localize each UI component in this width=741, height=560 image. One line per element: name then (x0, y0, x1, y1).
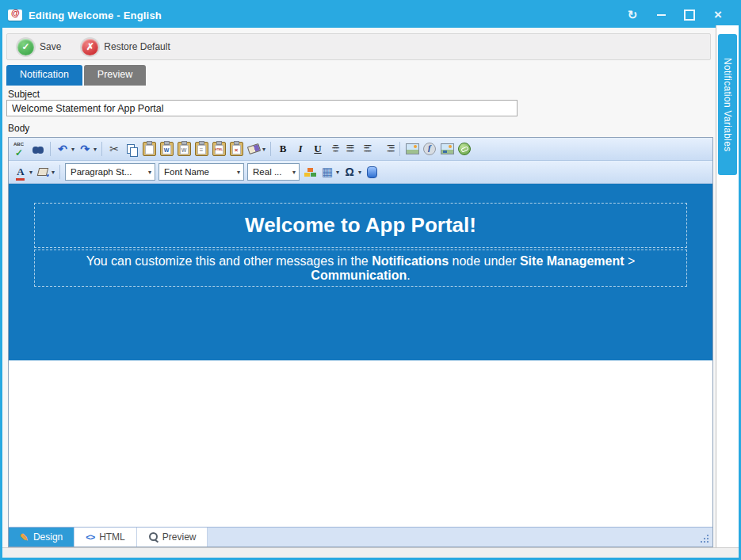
paste-plain-text-icon[interactable] (193, 140, 210, 158)
titlebar: Editing Welcome - English ↻ × (2, 2, 739, 28)
window-bottom-strip (2, 547, 739, 558)
subject-input[interactable] (6, 100, 518, 116)
paragraph-style-combo[interactable]: Paragraph St...▾ (65, 163, 155, 181)
message-edit-region[interactable]: You can customize this and other message… (34, 250, 687, 287)
chevron-down-icon: ▾ (288, 169, 296, 176)
heading-edit-region[interactable]: Welcome to App Portal! (34, 203, 687, 248)
minimize-button[interactable] (651, 6, 670, 24)
side-panel: Notification Variables (716, 25, 739, 547)
close-icon: × (714, 11, 722, 19)
undo-dropdown-icon[interactable]: ▾ (71, 146, 74, 153)
tab-design[interactable]: ✎ Design (9, 528, 74, 547)
paste-html-icon[interactable] (210, 140, 227, 158)
action-toolbar: ✓ Save ✗ Restore Default (6, 33, 711, 60)
editor-canvas[interactable]: Welcome to App Portal! You can customize… (9, 184, 712, 527)
image-map-icon[interactable] (438, 140, 456, 158)
separator (101, 142, 102, 156)
save-button-label: Save (40, 41, 61, 52)
separator (59, 165, 60, 179)
foreground-color-dropdown-icon[interactable]: ▾ (29, 169, 32, 176)
image-manager-icon[interactable] (403, 140, 421, 158)
underline-icon[interactable]: U (309, 140, 327, 158)
banner-message: You can customize this and other message… (35, 254, 686, 283)
format-stripper-dropdown-icon[interactable]: ▾ (262, 146, 265, 153)
maximize-icon (684, 10, 695, 21)
insert-table-icon[interactable]: ▦ (319, 163, 336, 181)
subject-label: Subject (8, 89, 40, 100)
background-color-dropdown-icon[interactable]: ▾ (52, 169, 55, 176)
copy-icon[interactable] (123, 140, 140, 158)
align-center-icon[interactable]: ━━ ━━━ ━━ (327, 140, 344, 158)
insert-table-dropdown-icon[interactable]: ▾ (336, 169, 339, 176)
app-logo-icon (8, 10, 22, 21)
restore-default-button[interactable]: ✗ Restore Default (82, 39, 170, 55)
find-icon[interactable] (29, 140, 47, 158)
bold-icon[interactable]: B (274, 140, 292, 158)
link-manager-icon[interactable] (456, 140, 473, 158)
paste-options-icon[interactable] (227, 140, 245, 158)
email-banner: Welcome to App Portal! You can customize… (9, 184, 712, 360)
close-button[interactable]: × (709, 6, 728, 24)
media-manager-icon[interactable] (421, 140, 438, 158)
chevron-down-icon: ▾ (143, 169, 151, 176)
resize-grip[interactable] (701, 534, 710, 543)
align-right-icon[interactable]: ━━━ ━━ ━━━ (379, 140, 396, 158)
separator (50, 142, 51, 156)
editor-mode-tabs: ✎ Design <> HTML Preview (9, 527, 712, 547)
maximize-button[interactable] (680, 6, 699, 24)
editor-toolbar-row1: ↶▾ ↷▾ ✂ ▾ B I U ━━ ━━━ ━━ ━━━ ━━━ ━━━ ━━… (9, 138, 712, 161)
refresh-icon: ↻ (628, 8, 638, 22)
code-brackets-icon: <> (86, 532, 94, 542)
background-color-icon[interactable] (34, 163, 52, 181)
redo-icon[interactable]: ↷ (76, 140, 94, 158)
tab-editor-preview[interactable]: Preview (137, 528, 208, 547)
font-name-combo[interactable]: Font Name▾ (159, 163, 244, 181)
editor-toolbar-row2: A▾ ▾ Paragraph St...▾ Font Name▾ Real ..… (9, 161, 712, 184)
spellcheck-icon[interactable] (12, 140, 29, 158)
cut-icon[interactable]: ✂ (105, 140, 123, 158)
paste-from-word-clean-icon[interactable] (175, 140, 193, 158)
dialog-window: Editing Welcome - English ↻ × ✓ Save ✗ R… (0, 0, 741, 560)
separator (399, 142, 400, 156)
magnifier-icon (148, 532, 158, 542)
tab-html[interactable]: <> HTML (74, 528, 137, 547)
minimize-icon (657, 14, 666, 16)
insert-symbol-dropdown-icon[interactable]: ▾ (358, 169, 361, 176)
pencil-icon: ✎ (20, 531, 29, 543)
module-manager-icon[interactable] (301, 163, 319, 181)
window-title: Editing Welcome - English (29, 10, 162, 21)
banner-heading: Welcome to App Portal! (245, 213, 476, 238)
foreground-color-icon[interactable]: A (12, 163, 29, 181)
font-size-combo[interactable]: Real ...▾ (247, 163, 300, 181)
insert-symbol-icon[interactable]: Ω (341, 163, 358, 181)
tab-preview[interactable]: Preview (84, 65, 146, 86)
template-manager-icon[interactable] (363, 163, 380, 181)
refresh-button[interactable]: ↻ (623, 6, 642, 24)
redo-dropdown-icon[interactable]: ▾ (94, 146, 97, 153)
save-check-icon: ✓ (17, 39, 34, 55)
restore-x-icon: ✗ (82, 39, 98, 55)
align-left-icon[interactable]: ━━━ ━━ ━━━ (361, 140, 379, 158)
notification-variables-tab[interactable]: Notification Variables (718, 34, 737, 175)
main-tabs: Notification Preview (6, 65, 146, 86)
justify-icon[interactable]: ━━━ ━━━ ━━━ (344, 140, 361, 158)
separator (270, 142, 271, 156)
save-button[interactable]: ✓ Save (17, 39, 61, 55)
body-label: Body (8, 123, 29, 134)
restore-default-label: Restore Default (104, 41, 170, 52)
rich-text-editor: ↶▾ ↷▾ ✂ ▾ B I U ━━ ━━━ ━━ ━━━ ━━━ ━━━ ━━… (8, 137, 713, 547)
undo-icon[interactable]: ↶ (54, 140, 71, 158)
paste-from-word-icon[interactable] (158, 140, 175, 158)
tab-notification[interactable]: Notification (6, 65, 82, 86)
chevron-down-icon: ▾ (232, 169, 240, 176)
italic-icon[interactable]: I (292, 140, 309, 158)
paste-icon[interactable] (140, 140, 158, 158)
format-stripper-icon[interactable] (245, 140, 262, 158)
